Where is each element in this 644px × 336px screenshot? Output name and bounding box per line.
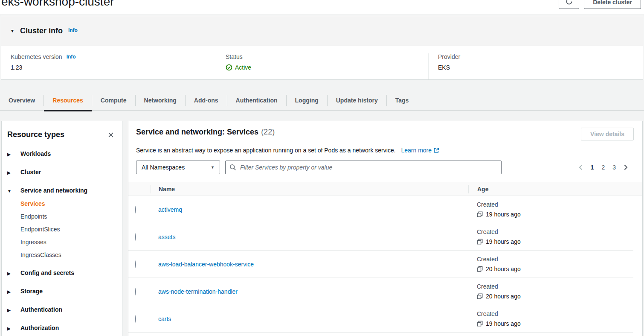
resource-types-sidebar: Resource types ▶Workloads ▶Cluster ▼Serv…	[1, 121, 122, 336]
tab-networking[interactable]: Networking	[136, 91, 185, 111]
copy-icon[interactable]	[477, 239, 483, 245]
page-header: eks-workshop-cluster Delete cluster	[0, 0, 644, 14]
service-link[interactable]: aws-node-termination-handler	[158, 288, 238, 295]
copy-icon[interactable]	[477, 293, 483, 299]
tab-logging[interactable]: Logging	[287, 91, 327, 111]
age-column-header: Age	[468, 185, 642, 193]
search-input[interactable]	[239, 164, 497, 171]
table-row: activemq Created 19 hours ago	[128, 196, 633, 223]
row-radio-button[interactable]	[135, 315, 136, 323]
filter-row: All Namespaces ▼ 1 2 3	[128, 161, 642, 174]
table-row-partial: Created	[128, 333, 633, 336]
status-field: Status Active	[216, 53, 428, 79]
chevron-right-icon: ▶	[7, 271, 11, 276]
sidebar-item-workloads[interactable]: ▶Workloads	[7, 150, 115, 158]
row-radio-button[interactable]	[135, 288, 136, 295]
age-value: 20 hours ago	[486, 266, 521, 272]
chevron-right-icon[interactable]	[624, 164, 628, 171]
kubernetes-version-info-link[interactable]: Info	[67, 54, 76, 60]
sidebar-item-authorization[interactable]: ▶Authorization	[7, 324, 115, 332]
tab-tags[interactable]: Tags	[387, 91, 418, 111]
table-row: aws-node-termination-handler Created 20 …	[128, 278, 633, 305]
tab-overview[interactable]: Overview	[0, 91, 44, 111]
cluster-info-info-link[interactable]: Info	[68, 27, 78, 33]
resource-types-tree: ▶Workloads ▶Cluster ▼Service and network…	[7, 150, 115, 332]
table-row: carts Created 19 hours ago	[128, 305, 633, 333]
kubernetes-version-label: Kubernetes versionInfo	[11, 53, 216, 60]
refresh-button[interactable]	[559, 0, 579, 9]
age-value: 19 hours ago	[486, 320, 521, 327]
copy-icon[interactable]	[477, 211, 483, 217]
refresh-icon	[566, 0, 573, 6]
sidebar-title: Resource types	[7, 130, 64, 139]
table-row: aws-load-balancer-webhook-service Create…	[128, 251, 633, 278]
kubernetes-version-field: Kubernetes versionInfo 1.23	[1, 53, 216, 79]
cluster-tabs: Overview Resources Compute Networking Ad…	[0, 91, 644, 111]
sidebar-item-service-and-networking[interactable]: ▼Service and networking	[7, 187, 115, 194]
sidebar-item-cluster[interactable]: ▶Cluster	[7, 168, 115, 176]
chevron-right-icon: ▶	[7, 152, 11, 157]
service-link[interactable]: assets	[158, 234, 175, 240]
sidebar-item-ingressclasses[interactable]: IngressClasses	[7, 251, 115, 259]
cluster-info-header[interactable]: ▼ Cluster info Info	[1, 16, 643, 46]
sidebar-item-config-and-secrets[interactable]: ▶Config and secrets	[7, 269, 115, 277]
tab-update-history[interactable]: Update history	[328, 91, 386, 111]
row-radio-button[interactable]	[135, 206, 136, 213]
created-label: Created	[477, 256, 633, 263]
page-title: eks-workshop-cluster	[1, 0, 114, 9]
chevron-down-icon: ▼	[7, 189, 12, 193]
page-number-2[interactable]: 2	[601, 164, 605, 171]
created-label: Created	[477, 228, 633, 235]
tab-compute[interactable]: Compute	[92, 91, 135, 111]
page-number-1[interactable]: 1	[591, 164, 594, 171]
copy-icon[interactable]	[477, 321, 483, 327]
services-table: Name Age activemq Created 19 hours ago a…	[128, 182, 642, 336]
page-number-3[interactable]: 3	[612, 164, 616, 171]
provider-label: Provider	[438, 53, 643, 60]
namespace-select[interactable]: All Namespaces ▼	[136, 161, 220, 174]
name-column-header: Name	[151, 185, 468, 193]
created-label: Created	[477, 310, 633, 317]
row-radio-button[interactable]	[135, 260, 136, 268]
chevron-left-icon[interactable]	[578, 164, 583, 171]
sidebar-item-endpointslices[interactable]: EndpointSlices	[7, 225, 115, 233]
kubernetes-version-value: 1.23	[11, 64, 216, 71]
services-panel-title: Service and networking: Services	[136, 128, 258, 137]
chevron-down-icon: ▼	[10, 29, 15, 33]
learn-more-link[interactable]: Learn more	[401, 147, 439, 154]
sidebar-item-ingresses[interactable]: Ingresses	[7, 238, 115, 246]
provider-field: Provider EKS	[428, 53, 643, 79]
service-link[interactable]: activemq	[158, 206, 182, 213]
close-icon[interactable]	[107, 131, 115, 139]
service-link[interactable]: aws-load-balancer-webhook-service	[158, 261, 254, 268]
delete-cluster-button[interactable]: Delete cluster	[584, 0, 641, 9]
chevron-right-icon: ▶	[7, 170, 11, 175]
header-actions: Delete cluster	[559, 0, 641, 9]
sidebar-item-endpoints[interactable]: Endpoints	[7, 213, 115, 220]
provider-value: EKS	[438, 64, 643, 71]
table-header: Name Age	[128, 182, 642, 196]
content-area: Resource types ▶Workloads ▶Cluster ▼Serv…	[1, 121, 643, 336]
tab-add-ons[interactable]: Add-ons	[186, 91, 227, 111]
tab-resources[interactable]: Resources	[44, 91, 92, 111]
row-radio-button[interactable]	[135, 233, 136, 241]
created-label: Created	[477, 201, 633, 208]
copy-icon[interactable]	[477, 266, 483, 272]
cluster-info-body: Kubernetes versionInfo 1.23 Status Activ…	[1, 46, 643, 79]
age-value: 20 hours ago	[486, 293, 521, 300]
status-label: Status	[226, 53, 428, 60]
cluster-info-title: Cluster info	[20, 26, 63, 35]
service-link[interactable]: carts	[158, 316, 171, 322]
sidebar-item-services[interactable]: Services	[7, 200, 115, 207]
search-box	[225, 161, 502, 174]
created-label: Created	[477, 283, 633, 290]
check-circle-icon	[226, 64, 232, 71]
pagination: 1 2 3	[578, 164, 628, 171]
view-details-button[interactable]: View details	[581, 128, 634, 140]
age-value: 19 hours ago	[486, 211, 521, 218]
cluster-info-panel: ▼ Cluster info Info Kubernetes versionIn…	[1, 16, 643, 80]
sidebar-item-storage[interactable]: ▶Storage	[7, 287, 115, 295]
tab-authentication[interactable]: Authentication	[227, 91, 286, 111]
sidebar-item-authentication[interactable]: ▶Authentication	[7, 306, 115, 313]
table-row: assets Created 19 hours ago	[128, 223, 633, 251]
